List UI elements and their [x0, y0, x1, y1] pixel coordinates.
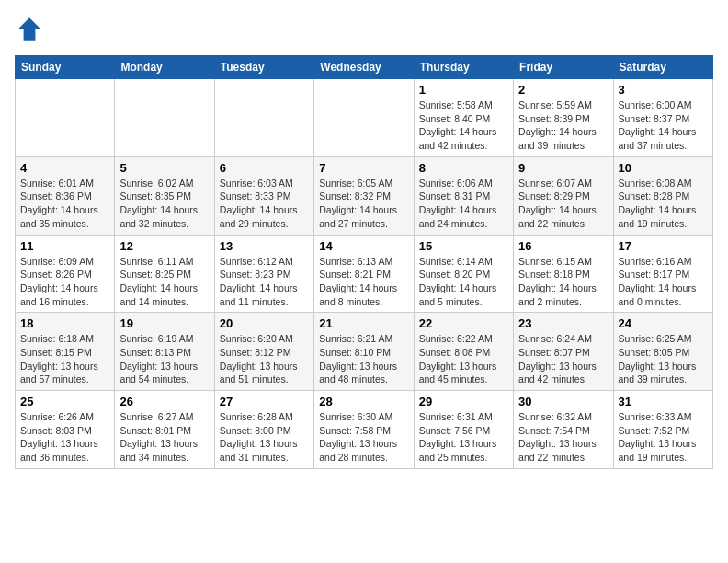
day-number: 2 — [518, 83, 608, 97]
calendar-cell: 20Sunrise: 6:20 AMSunset: 8:12 PMDayligh… — [214, 313, 313, 391]
day-info: Sunrise: 6:12 AMSunset: 8:23 PMDaylight:… — [220, 255, 309, 309]
day-number: 9 — [518, 161, 608, 175]
calendar-cell: 16Sunrise: 6:15 AMSunset: 8:18 PMDayligh… — [514, 235, 613, 313]
day-info: Sunrise: 6:02 AMSunset: 8:35 PMDaylight:… — [119, 177, 209, 231]
day-info: Sunrise: 6:19 AMSunset: 8:13 PMDaylight:… — [119, 332, 209, 386]
day-number: 20 — [220, 316, 309, 330]
day-info: Sunrise: 6:26 AMSunset: 8:03 PMDaylight:… — [20, 410, 109, 465]
day-number: 12 — [119, 239, 209, 253]
calendar-cell: 24Sunrise: 6:25 AMSunset: 8:05 PMDayligh… — [613, 313, 712, 391]
svg-marker-0 — [17, 17, 41, 41]
day-number: 19 — [119, 316, 209, 330]
day-number: 11 — [20, 239, 109, 253]
day-number: 14 — [319, 239, 408, 253]
calendar-cell: 25Sunrise: 6:26 AMSunset: 8:03 PMDayligh… — [16, 391, 115, 469]
day-number: 27 — [220, 395, 309, 408]
calendar-week-1: 1Sunrise: 5:58 AMSunset: 8:40 PMDaylight… — [16, 79, 713, 157]
day-info: Sunrise: 6:31 AMSunset: 7:56 PMDaylight:… — [419, 410, 508, 465]
calendar-cell: 17Sunrise: 6:16 AMSunset: 8:17 PMDayligh… — [613, 235, 712, 313]
day-info: Sunrise: 5:59 AMSunset: 8:39 PMDaylight:… — [518, 98, 608, 153]
day-info: Sunrise: 6:20 AMSunset: 8:12 PMDaylight:… — [220, 332, 309, 386]
day-info: Sunrise: 6:28 AMSunset: 8:00 PMDaylight:… — [220, 410, 309, 465]
calendar-cell: 12Sunrise: 6:11 AMSunset: 8:25 PMDayligh… — [115, 235, 214, 313]
calendar-cell: 15Sunrise: 6:14 AMSunset: 8:20 PMDayligh… — [414, 235, 513, 313]
logo-icon — [15, 15, 44, 44]
calendar-week-5: 25Sunrise: 6:26 AMSunset: 8:03 PMDayligh… — [16, 391, 713, 469]
calendar-cell: 11Sunrise: 6:09 AMSunset: 8:26 PMDayligh… — [16, 235, 115, 313]
day-number: 17 — [619, 239, 708, 253]
calendar-cell — [214, 79, 313, 157]
day-number: 4 — [20, 161, 109, 175]
calendar-week-3: 11Sunrise: 6:09 AMSunset: 8:26 PMDayligh… — [16, 235, 713, 313]
calendar-cell — [115, 79, 214, 157]
day-number: 6 — [220, 161, 309, 175]
day-number: 3 — [619, 83, 708, 97]
calendar-week-2: 4Sunrise: 6:01 AMSunset: 8:36 PMDaylight… — [16, 156, 713, 235]
day-info: Sunrise: 6:32 AMSunset: 7:54 PMDaylight:… — [518, 410, 608, 465]
day-info: Sunrise: 6:27 AMSunset: 8:01 PMDaylight:… — [119, 410, 209, 465]
day-number: 28 — [319, 395, 408, 408]
calendar-cell: 21Sunrise: 6:21 AMSunset: 8:10 PMDayligh… — [314, 313, 414, 391]
calendar-cell — [314, 79, 414, 157]
day-number: 22 — [419, 316, 508, 330]
calendar-cell — [16, 79, 115, 157]
day-info: Sunrise: 6:11 AMSunset: 8:25 PMDaylight:… — [119, 255, 209, 309]
calendar-cell: 7Sunrise: 6:05 AMSunset: 8:32 PMDaylight… — [314, 156, 414, 235]
day-number: 8 — [419, 161, 508, 175]
calendar-cell: 14Sunrise: 6:13 AMSunset: 8:21 PMDayligh… — [314, 235, 414, 313]
day-info: Sunrise: 6:30 AMSunset: 7:58 PMDaylight:… — [319, 410, 408, 465]
day-info: Sunrise: 6:00 AMSunset: 8:37 PMDaylight:… — [619, 98, 708, 153]
calendar-cell: 28Sunrise: 6:30 AMSunset: 7:58 PMDayligh… — [314, 391, 414, 469]
day-info: Sunrise: 6:16 AMSunset: 8:17 PMDaylight:… — [619, 255, 708, 309]
calendar-cell: 10Sunrise: 6:08 AMSunset: 8:28 PMDayligh… — [613, 156, 712, 235]
day-number: 29 — [419, 395, 508, 408]
weekday-header-tuesday: Tuesday — [214, 56, 313, 79]
calendar-cell: 8Sunrise: 6:06 AMSunset: 8:31 PMDaylight… — [414, 156, 513, 235]
day-number: 23 — [518, 316, 608, 330]
day-info: Sunrise: 6:15 AMSunset: 8:18 PMDaylight:… — [518, 255, 608, 309]
day-info: Sunrise: 6:14 AMSunset: 8:20 PMDaylight:… — [419, 255, 508, 309]
weekday-header-saturday: Saturday — [613, 56, 712, 79]
day-info: Sunrise: 6:08 AMSunset: 8:28 PMDaylight:… — [619, 177, 708, 231]
weekday-header-wednesday: Wednesday — [314, 56, 414, 79]
day-info: Sunrise: 6:06 AMSunset: 8:31 PMDaylight:… — [419, 177, 508, 231]
day-number: 30 — [518, 395, 608, 408]
day-info: Sunrise: 6:33 AMSunset: 7:52 PMDaylight:… — [619, 410, 708, 465]
day-number: 10 — [619, 161, 708, 175]
calendar-week-4: 18Sunrise: 6:18 AMSunset: 8:15 PMDayligh… — [16, 313, 713, 391]
logo — [15, 15, 48, 44]
calendar-cell: 2Sunrise: 5:59 AMSunset: 8:39 PMDaylight… — [514, 79, 613, 157]
day-info: Sunrise: 6:05 AMSunset: 8:32 PMDaylight:… — [319, 177, 408, 231]
day-info: Sunrise: 6:13 AMSunset: 8:21 PMDaylight:… — [319, 255, 408, 309]
day-info: Sunrise: 5:58 AMSunset: 8:40 PMDaylight:… — [419, 98, 508, 153]
calendar-cell: 31Sunrise: 6:33 AMSunset: 7:52 PMDayligh… — [613, 391, 712, 469]
calendar-table: SundayMondayTuesdayWednesdayThursdayFrid… — [15, 55, 713, 469]
calendar-cell: 27Sunrise: 6:28 AMSunset: 8:00 PMDayligh… — [214, 391, 313, 469]
weekday-header-row: SundayMondayTuesdayWednesdayThursdayFrid… — [16, 56, 713, 79]
day-info: Sunrise: 6:22 AMSunset: 8:08 PMDaylight:… — [419, 332, 508, 386]
weekday-header-friday: Friday — [514, 56, 613, 79]
calendar-cell: 9Sunrise: 6:07 AMSunset: 8:29 PMDaylight… — [514, 156, 613, 235]
calendar-cell: 13Sunrise: 6:12 AMSunset: 8:23 PMDayligh… — [214, 235, 313, 313]
day-number: 25 — [20, 395, 109, 408]
day-number: 7 — [319, 161, 408, 175]
day-number: 15 — [419, 239, 508, 253]
day-number: 16 — [518, 239, 608, 253]
calendar-cell: 5Sunrise: 6:02 AMSunset: 8:35 PMDaylight… — [115, 156, 214, 235]
calendar-cell: 1Sunrise: 5:58 AMSunset: 8:40 PMDaylight… — [414, 79, 513, 157]
weekday-header-thursday: Thursday — [414, 56, 513, 79]
day-number: 24 — [619, 316, 708, 330]
page-header — [15, 15, 713, 44]
day-info: Sunrise: 6:18 AMSunset: 8:15 PMDaylight:… — [20, 332, 109, 386]
day-info: Sunrise: 6:01 AMSunset: 8:36 PMDaylight:… — [20, 177, 109, 231]
calendar-cell: 26Sunrise: 6:27 AMSunset: 8:01 PMDayligh… — [115, 391, 214, 469]
calendar-cell: 19Sunrise: 6:19 AMSunset: 8:13 PMDayligh… — [115, 313, 214, 391]
day-number: 13 — [220, 239, 309, 253]
day-info: Sunrise: 6:09 AMSunset: 8:26 PMDaylight:… — [20, 255, 109, 309]
calendar-cell: 3Sunrise: 6:00 AMSunset: 8:37 PMDaylight… — [613, 79, 712, 157]
day-info: Sunrise: 6:21 AMSunset: 8:10 PMDaylight:… — [319, 332, 408, 386]
calendar-cell: 23Sunrise: 6:24 AMSunset: 8:07 PMDayligh… — [514, 313, 613, 391]
calendar-cell: 29Sunrise: 6:31 AMSunset: 7:56 PMDayligh… — [414, 391, 513, 469]
day-info: Sunrise: 6:24 AMSunset: 8:07 PMDaylight:… — [518, 332, 608, 386]
day-number: 26 — [119, 395, 209, 408]
